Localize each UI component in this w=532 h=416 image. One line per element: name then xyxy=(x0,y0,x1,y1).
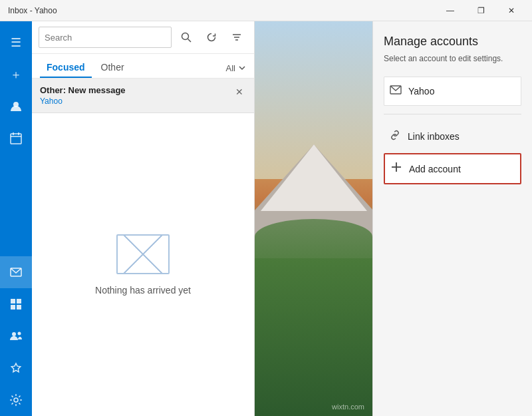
svg-rect-6 xyxy=(11,299,15,304)
manage-panel: Manage accounts Select an account to edi… xyxy=(372,21,532,416)
empty-state: Nothing has arrived yet xyxy=(32,113,254,416)
svg-point-10 xyxy=(12,332,16,336)
add-icon xyxy=(390,161,402,176)
link-inboxes-label: Link inboxes xyxy=(408,131,460,142)
message-info: Other: New message Yahoo xyxy=(40,85,233,106)
add-account-button[interactable]: Add account xyxy=(384,153,521,184)
link-icon xyxy=(389,129,401,144)
divider xyxy=(384,114,521,114)
nav-grid[interactable] xyxy=(0,288,32,320)
svg-point-13 xyxy=(182,33,189,40)
add-account-label: Add account xyxy=(409,164,461,174)
mountain-scene xyxy=(255,21,372,416)
svg-point-11 xyxy=(18,332,21,335)
tab-focused[interactable]: Focused xyxy=(40,58,92,78)
empty-mail-icon xyxy=(116,234,170,274)
nav-settings[interactable] xyxy=(0,384,32,416)
all-filter[interactable]: All xyxy=(226,63,246,73)
mail-panel: Focused Other All Other: New message Yah… xyxy=(32,21,255,416)
nav-favorites[interactable] xyxy=(0,352,32,384)
svg-line-14 xyxy=(188,39,192,43)
scenic-area: wixtn.com xyxy=(255,21,372,416)
link-inboxes-button[interactable]: Link inboxes xyxy=(384,122,521,150)
message-close-button[interactable]: ✕ xyxy=(233,85,246,99)
maximize-button[interactable]: ❐ xyxy=(466,0,496,21)
svg-rect-8 xyxy=(11,305,15,310)
svg-rect-9 xyxy=(17,305,21,310)
forest xyxy=(255,258,372,416)
nav-hamburger[interactable]: ☰ xyxy=(0,27,32,59)
nav-sidebar: ☰ ＋ xyxy=(0,21,32,416)
close-button[interactable]: ✕ xyxy=(496,0,527,21)
search-input[interactable] xyxy=(39,27,172,48)
nav-compose[interactable]: ＋ xyxy=(0,59,32,91)
yahoo-account-item[interactable]: Yahoo xyxy=(384,77,521,106)
search-button[interactable] xyxy=(176,27,197,48)
nav-contacts[interactable] xyxy=(0,91,32,122)
mail-icon xyxy=(390,84,402,99)
empty-text: Nothing has arrived yet xyxy=(95,285,191,296)
message-item[interactable]: Other: New message Yahoo ✕ xyxy=(32,79,254,113)
nav-people[interactable] xyxy=(0,320,32,352)
manage-subtitle: Select an account to edit settings. xyxy=(384,54,521,63)
svg-rect-1 xyxy=(11,134,21,144)
search-bar xyxy=(32,21,254,54)
window-controls: — ❐ ✕ xyxy=(435,0,527,21)
message-from: Other: New message xyxy=(40,85,233,95)
mountain-snow xyxy=(261,144,367,211)
filter-button[interactable] xyxy=(226,27,247,48)
app-body: ☰ ＋ xyxy=(0,21,532,416)
minimize-button[interactable]: — xyxy=(435,0,466,21)
watermark: wixtn.com xyxy=(332,403,364,411)
svg-point-12 xyxy=(14,398,18,402)
nav-calendar[interactable] xyxy=(0,122,32,154)
tabs-row: Focused Other All xyxy=(32,54,254,79)
nav-mail[interactable] xyxy=(0,256,32,288)
svg-rect-7 xyxy=(17,299,21,304)
tab-other[interactable]: Other xyxy=(94,58,131,78)
message-subject: Yahoo xyxy=(40,97,233,106)
account-name: Yahoo xyxy=(408,86,434,97)
sync-button[interactable] xyxy=(201,27,222,48)
manage-title: Manage accounts xyxy=(384,35,521,49)
window-title: Inbox - Yahoo xyxy=(8,6,57,15)
titlebar: Inbox - Yahoo — ❐ ✕ xyxy=(0,0,532,21)
